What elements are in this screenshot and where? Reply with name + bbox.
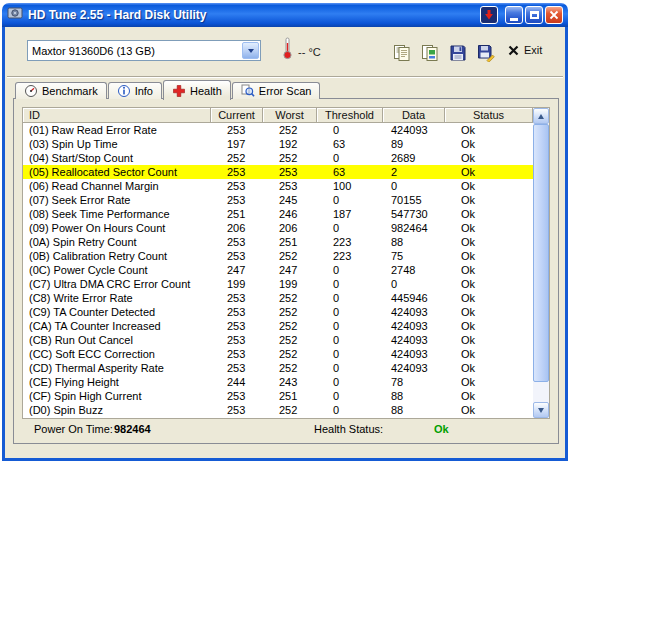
table-row[interactable]: (0A) Spin Retry Count 253 251 223 88 Ok	[23, 235, 533, 249]
scrollbar-thumb[interactable]	[533, 124, 549, 382]
tab-label: Benchmark	[42, 85, 98, 97]
cell-threshold: 0	[317, 333, 383, 347]
cell-worst: 245	[263, 193, 317, 207]
cell-threshold: 0	[317, 375, 383, 389]
cell-data: 89	[383, 137, 445, 151]
smart-attributes-table: ID Current Worst Threshold Data Status (…	[22, 107, 550, 419]
cell-threshold: 0	[317, 221, 383, 235]
table-row[interactable]: (C8) Write Error Rate 253 252 0 445946 O…	[23, 291, 533, 305]
cell-threshold: 100	[317, 179, 383, 193]
cell-worst: 252	[263, 319, 317, 333]
cell-id: (C8) Write Error Rate	[23, 291, 211, 305]
exit-button[interactable]: Exit	[508, 44, 542, 56]
tab-benchmark[interactable]: Benchmark	[15, 82, 107, 99]
chevron-up-icon	[538, 114, 544, 119]
table-row[interactable]: (C7) Ultra DMA CRC Error Count 199 199 0…	[23, 277, 533, 291]
tab-info[interactable]: Info	[108, 82, 162, 99]
chevron-down-icon	[538, 408, 544, 413]
cell-current: 244	[211, 375, 263, 389]
tab-health[interactable]: Health	[163, 80, 231, 100]
drive-select[interactable]: Maxtor 91360D6 (13 GB)	[27, 40, 261, 61]
vertical-scrollbar[interactable]	[533, 108, 549, 418]
table-row[interactable]: (C9) TA Counter Detected 253 252 0 42409…	[23, 305, 533, 319]
download-icon[interactable]	[480, 6, 498, 24]
close-button[interactable]	[545, 6, 563, 24]
column-header-threshold[interactable]: Threshold	[317, 108, 383, 123]
drive-select-dropdown-button[interactable]	[242, 42, 259, 59]
minimize-button[interactable]	[505, 6, 523, 24]
cell-threshold: 0	[317, 123, 383, 137]
cell-id: (06) Read Channel Margin	[23, 179, 211, 193]
temperature-value: -- °C	[298, 46, 321, 58]
table-row[interactable]: (CA) TA Counter Increased 253 252 0 4240…	[23, 319, 533, 333]
cell-data: 424093	[383, 333, 445, 347]
info-icon	[117, 84, 131, 98]
scroll-up-button[interactable]	[533, 108, 549, 124]
table-row[interactable]: (03) Spin Up Time 197 192 63 89 Ok	[23, 137, 533, 151]
cell-data: 2748	[383, 263, 445, 277]
status-row: Power On Time: 982464 Health Status: Ok	[14, 417, 558, 441]
cell-worst: 253	[263, 179, 317, 193]
cell-current: 251	[211, 207, 263, 221]
tab-label: Health	[190, 85, 222, 97]
cell-data: 424093	[383, 347, 445, 361]
window-body: Maxtor 91360D6 (13 GB) -- °C	[2, 27, 568, 461]
copy-image-icon[interactable]	[419, 42, 441, 64]
chevron-down-icon	[248, 49, 254, 53]
column-header-worst[interactable]: Worst	[263, 108, 317, 123]
cell-status: Ok	[445, 179, 533, 193]
cell-current: 253	[211, 249, 263, 263]
cell-worst: 252	[263, 151, 317, 165]
cell-threshold: 0	[317, 319, 383, 333]
table-row[interactable]: (08) Seek Time Performance 251 246 187 5…	[23, 207, 533, 221]
export-icon[interactable]	[475, 42, 497, 64]
table-row[interactable]: (CD) Thermal Asperity Rate 253 252 0 424…	[23, 361, 533, 375]
cell-worst: 199	[263, 277, 317, 291]
cell-threshold: 63	[317, 137, 383, 151]
titlebar: HD Tune 2.55 - Hard Disk Utility	[2, 3, 568, 27]
window-title: HD Tune 2.55 - Hard Disk Utility	[28, 8, 480, 22]
cell-data: 75	[383, 249, 445, 263]
cell-current: 253	[211, 305, 263, 319]
cell-status: Ok	[445, 123, 533, 137]
cell-status: Ok	[445, 151, 533, 165]
cell-worst: 252	[263, 249, 317, 263]
table-row[interactable]: (CB) Run Out Cancel 253 252 0 424093 Ok	[23, 333, 533, 347]
cell-data: 2689	[383, 151, 445, 165]
copy-text-icon[interactable]	[391, 42, 413, 64]
magnifier-icon	[241, 84, 255, 98]
maximize-button[interactable]	[525, 6, 543, 24]
cell-data: 424093	[383, 123, 445, 137]
cell-status: Ok	[445, 319, 533, 333]
save-icon[interactable]	[447, 42, 469, 64]
table-row[interactable]: (0B) Calibration Retry Count 253 252 223…	[23, 249, 533, 263]
column-header-id[interactable]: ID	[23, 108, 211, 123]
scroll-down-button[interactable]	[533, 402, 549, 418]
table-row[interactable]: (CF) Spin High Current 253 251 0 88 Ok	[23, 389, 533, 403]
cell-threshold: 0	[317, 193, 383, 207]
cell-status: Ok	[445, 221, 533, 235]
table-row[interactable]: (0C) Power Cycle Count 247 247 0 2748 Ok	[23, 263, 533, 277]
table-row[interactable]: (05) Reallocated Sector Count 253 253 63…	[23, 165, 533, 179]
gauge-icon	[24, 84, 38, 98]
table-row[interactable]: (07) Seek Error Rate 253 245 0 70155 Ok	[23, 193, 533, 207]
drive-select-value: Maxtor 91360D6 (13 GB)	[28, 45, 241, 57]
tab-error-scan[interactable]: Error Scan	[232, 82, 321, 99]
cell-data: 0	[383, 277, 445, 291]
cell-status: Ok	[445, 361, 533, 375]
cell-id: (CA) TA Counter Increased	[23, 319, 211, 333]
cell-status: Ok	[445, 263, 533, 277]
table-row[interactable]: (09) Power On Hours Count 206 206 0 9824…	[23, 221, 533, 235]
column-header-current[interactable]: Current	[211, 108, 263, 123]
table-row[interactable]: (D0) Spin Buzz 253 252 0 88 Ok	[23, 403, 533, 417]
column-header-data[interactable]: Data	[383, 108, 445, 123]
thermometer-icon	[281, 36, 294, 64]
table-row[interactable]: (01) Raw Read Error Rate 253 252 0 42409…	[23, 123, 533, 137]
column-header-status[interactable]: Status	[445, 108, 533, 123]
cell-data: 0	[383, 179, 445, 193]
tab-bar: Benchmark Info Health Error Scan	[15, 80, 321, 99]
table-row[interactable]: (CE) Flying Height 244 243 0 78 Ok	[23, 375, 533, 389]
table-row[interactable]: (06) Read Channel Margin 253 253 100 0 O…	[23, 179, 533, 193]
table-row[interactable]: (04) Start/Stop Count 252 252 0 2689 Ok	[23, 151, 533, 165]
table-row[interactable]: (CC) Soft ECC Correction 253 252 0 42409…	[23, 347, 533, 361]
